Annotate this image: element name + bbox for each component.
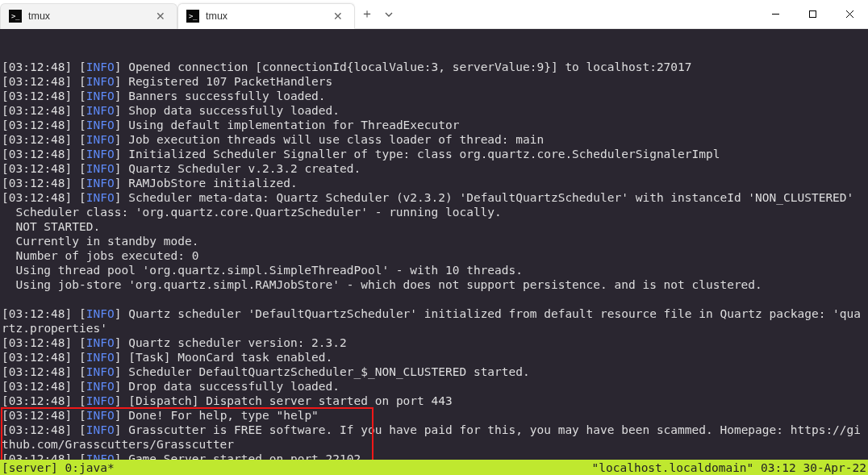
log-line: [03:12:48] [INFO] Scheduler DefaultQuart… xyxy=(2,365,866,379)
tab-tmux-1[interactable]: >_ tmux ✕ xyxy=(0,3,177,29)
tmux-statusbar: [server] 0:java* "localhost.localdomain"… xyxy=(0,460,868,475)
tab-dropdown[interactable] xyxy=(379,2,399,27)
log-line: [03:12:48] [INFO] [Dispatch] Dispatch se… xyxy=(2,394,866,408)
tab-label: tmux xyxy=(28,10,50,22)
log-line: [03:12:48] [INFO] RAMJobStore initialize… xyxy=(2,176,866,190)
log-line: Using job-store 'org.quartz.simpl.RAMJob… xyxy=(2,277,866,292)
log-line: [03:12:48] [INFO] Grasscutter is FREE so… xyxy=(2,423,866,452)
close-icon xyxy=(845,10,854,19)
svg-rect-1 xyxy=(809,11,816,18)
log-line: [03:12:48] [INFO] Initialized Scheduler … xyxy=(2,147,866,161)
log-line: [03:12:48] [INFO] Quartz scheduler 'Defa… xyxy=(2,306,866,335)
new-tab-button[interactable]: ＋ xyxy=(355,2,379,27)
log-line: [03:12:48] [INFO] Registered 107 PacketH… xyxy=(2,74,866,89)
log-line: [03:12:48] [INFO] Using default implemen… xyxy=(2,118,866,132)
log-line: NOT STARTED. xyxy=(2,219,866,234)
log-line: [03:12:48] [INFO] Game Server started on… xyxy=(2,452,866,460)
minimize-icon xyxy=(771,10,780,19)
log-line: [03:12:48] [INFO] Shop data successfully… xyxy=(2,103,866,118)
log-line: [03:12:48] [INFO] Drop data successfully… xyxy=(2,379,866,394)
log-line: [03:12:48] [INFO] Banners successfully l… xyxy=(2,89,866,103)
log-line: [03:12:48] [INFO] Scheduler meta-data: Q… xyxy=(2,190,866,205)
titlebar: >_ tmux ✕ >_ tmux ✕ ＋ xyxy=(0,0,868,29)
tab-label: tmux xyxy=(206,10,227,22)
maximize-icon xyxy=(808,10,817,19)
log-line: [03:12:48] [INFO] Done! For help, type "… xyxy=(2,408,866,423)
close-icon[interactable]: ✕ xyxy=(330,8,346,24)
terminal-icon: >_ xyxy=(186,10,199,23)
minimize-button[interactable] xyxy=(757,2,794,27)
close-icon[interactable]: ✕ xyxy=(152,8,169,24)
log-line: [03:12:48] [INFO] Opened connection [con… xyxy=(2,60,866,74)
terminal-icon: >_ xyxy=(9,10,22,23)
status-left: [server] 0:java* xyxy=(2,461,115,474)
log-line: [03:12:48] [INFO] Job execution threads … xyxy=(2,132,866,147)
log-line: Number of jobs executed: 0 xyxy=(2,248,866,263)
log-line: [03:12:48] [INFO] [Task] MoonCard task e… xyxy=(2,350,866,365)
chevron-down-icon xyxy=(385,10,393,19)
terminal-output[interactable]: [03:12:48] [INFO] Opened connection [con… xyxy=(0,29,868,460)
close-button[interactable] xyxy=(831,2,868,27)
log-line xyxy=(2,292,866,306)
status-right: "localhost.localdomain" 03:12 30-Apr-22 xyxy=(592,461,866,474)
maximize-button[interactable] xyxy=(794,2,831,27)
log-line: Scheduler class: 'org.quartz.core.Quartz… xyxy=(2,205,866,219)
log-line: [03:12:48] [INFO] Quartz scheduler versi… xyxy=(2,335,866,350)
log-line: Using thread pool 'org.quartz.simpl.Simp… xyxy=(2,263,866,277)
log-line: Currently in standby mode. xyxy=(2,234,866,248)
window-controls xyxy=(757,2,868,27)
log-line: [03:12:48] [INFO] Quartz Scheduler v.2.3… xyxy=(2,161,866,176)
tab-tmux-2[interactable]: >_ tmux ✕ xyxy=(177,3,355,29)
